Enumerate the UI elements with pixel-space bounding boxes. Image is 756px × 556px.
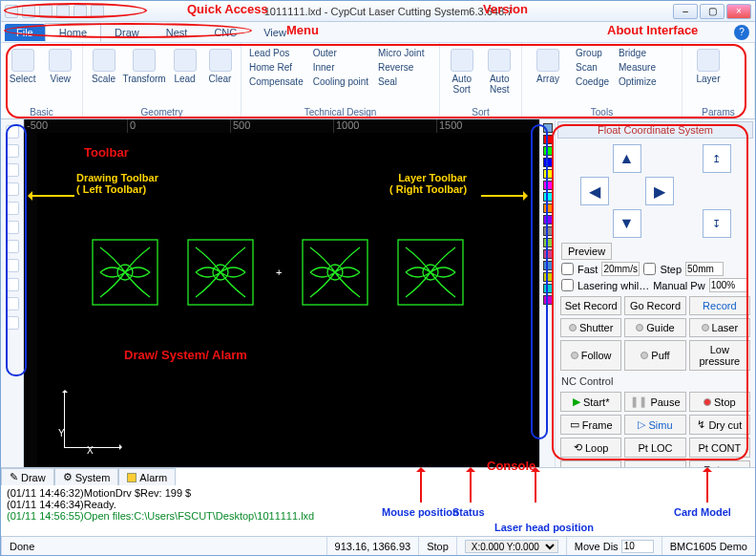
stop-button[interactable]: Stop — [689, 392, 750, 412]
reverse-button[interactable]: Reverse — [376, 61, 426, 74]
tool-icon[interactable] — [6, 240, 19, 253]
scale-button[interactable]: Scale — [89, 45, 118, 84]
lead-button[interactable]: Lead — [170, 45, 200, 84]
layer-chip[interactable] — [543, 169, 553, 179]
fast-checkbox[interactable] — [561, 263, 574, 275]
status-xy[interactable]: X:0.000 Y:0.000 — [456, 537, 566, 555]
movedis-input[interactable] — [621, 540, 654, 553]
loop-button[interactable]: ⟲Loop — [560, 438, 621, 458]
ptloc-button[interactable]: Pt LOC — [624, 438, 685, 458]
manualpw-input[interactable] — [709, 278, 747, 292]
tool-icon[interactable] — [6, 297, 19, 310]
z-down-button[interactable]: ↧ — [703, 209, 731, 238]
qat-btn[interactable] — [56, 5, 70, 18]
layer-chip[interactable] — [543, 261, 553, 270]
setrecord-button[interactable]: Set Record — [560, 296, 621, 315]
jog-right-button[interactable]: ▶ — [645, 177, 674, 205]
compensate-button[interactable]: Compensate — [247, 75, 305, 88]
jog-up-button[interactable]: ▲ — [613, 144, 641, 173]
pause-button[interactable]: ❚❚Pause — [624, 392, 685, 412]
layer-chip[interactable] — [543, 215, 553, 225]
transform-button[interactable]: Transform — [124, 45, 164, 84]
gorecord-button[interactable]: Go Record — [624, 296, 685, 315]
lasering-checkbox[interactable] — [561, 279, 574, 291]
jog-down-button[interactable]: ▼ — [613, 209, 641, 238]
jog-left-button[interactable]: ◀ — [580, 177, 609, 205]
layer-chip[interactable] — [543, 238, 553, 247]
coedge-button[interactable]: Coedge — [574, 75, 611, 88]
step-checkbox[interactable] — [643, 263, 656, 275]
tool-icon[interactable] — [6, 163, 19, 177]
preview-button[interactable]: Preview — [561, 243, 612, 260]
inner-button[interactable]: Inner — [311, 61, 370, 74]
tool-icon[interactable] — [6, 182, 19, 196]
follow-button[interactable]: Follow — [560, 340, 621, 371]
qat-btn[interactable] — [91, 5, 104, 18]
lowpressure-button[interactable]: Low pressure — [689, 340, 750, 371]
shutter-button[interactable]: Shutter — [560, 318, 621, 337]
tool-icon[interactable] — [6, 259, 19, 272]
qat-btn[interactable] — [22, 5, 35, 18]
tool-icon[interactable] — [6, 316, 19, 330]
measure-button[interactable]: Measure — [617, 61, 658, 74]
layer-chip[interactable] — [543, 146, 553, 156]
frame-button[interactable]: ▭Frame — [560, 415, 621, 435]
array-button[interactable]: Array — [528, 45, 568, 84]
layer-chip[interactable] — [543, 284, 553, 293]
layer-button[interactable]: Layer — [688, 45, 728, 84]
layer-chip[interactable] — [543, 203, 553, 213]
tool-icon[interactable] — [6, 125, 19, 139]
layer-chip[interactable] — [543, 226, 553, 236]
tab-system-log[interactable]: ⚙System — [54, 468, 119, 485]
autosort-button[interactable]: Auto Sort — [446, 45, 478, 95]
tab-draw-log[interactable]: ✎Draw — [1, 468, 54, 485]
layer-chip[interactable] — [543, 123, 553, 133]
layer-chip[interactable] — [543, 181, 553, 190]
layer-chip[interactable] — [543, 135, 553, 144]
bridge-button[interactable]: Bridge — [617, 47, 658, 59]
layer-chip[interactable] — [543, 272, 553, 282]
tab-home[interactable]: Home — [45, 23, 101, 42]
drycut-button[interactable]: ↯Dry cut — [689, 415, 750, 435]
tool-icon[interactable] — [6, 221, 19, 234]
close-button[interactable]: × — [726, 4, 751, 19]
layer-chip[interactable] — [543, 158, 553, 167]
leadpos-button[interactable]: Lead Pos — [247, 47, 305, 59]
tab-draw[interactable]: Draw — [101, 24, 153, 41]
tool-icon[interactable] — [6, 202, 19, 215]
tab-alarm-log[interactable]: Alarm — [118, 468, 176, 485]
seal-button[interactable]: Seal — [376, 75, 426, 88]
puff-button[interactable]: Puff — [624, 340, 685, 371]
clear-button[interactable]: Clear — [205, 45, 235, 84]
autonest-button[interactable]: Auto Nest — [484, 45, 516, 95]
qat-btn[interactable] — [39, 5, 52, 18]
select-button[interactable]: Select — [7, 45, 39, 84]
optimize-button[interactable]: Optimize — [617, 75, 658, 88]
group-button[interactable]: Group — [574, 47, 611, 59]
layer-chip[interactable] — [543, 295, 553, 305]
coord-system-dropdown[interactable]: Float Coordinate System — [557, 121, 753, 139]
guide-button[interactable]: Guide — [624, 318, 685, 337]
outer-button[interactable]: Outer — [311, 47, 370, 59]
simu-button[interactable]: ▷Simu — [624, 415, 685, 435]
laser-button[interactable]: Laser — [689, 318, 750, 337]
layer-chip[interactable] — [543, 249, 553, 259]
drawing-canvas[interactable]: Y X + — [37, 133, 539, 467]
view-button[interactable]: View — [45, 45, 77, 84]
layer-chip[interactable] — [543, 192, 553, 202]
cooling-button[interactable]: Cooling point — [311, 75, 370, 88]
maximize-button[interactable]: ▢ — [700, 4, 724, 19]
homeref-button[interactable]: Home Ref — [247, 61, 305, 74]
tab-cnc[interactable]: CNC — [200, 24, 250, 41]
qat-btn[interactable] — [5, 5, 18, 18]
start-button[interactable]: ▶Start* — [560, 392, 621, 412]
microjoint-button[interactable]: Micro Joint — [376, 47, 426, 59]
minimize-button[interactable]: – — [673, 4, 698, 19]
qat-btn[interactable] — [74, 5, 87, 18]
about-button[interactable]: ? — [734, 25, 749, 40]
scan-button[interactable]: Scan — [574, 61, 611, 74]
tool-icon[interactable] — [6, 144, 19, 158]
tab-view[interactable]: View — [250, 24, 300, 41]
fast-input[interactable] — [601, 262, 640, 276]
step-input[interactable] — [685, 262, 724, 276]
